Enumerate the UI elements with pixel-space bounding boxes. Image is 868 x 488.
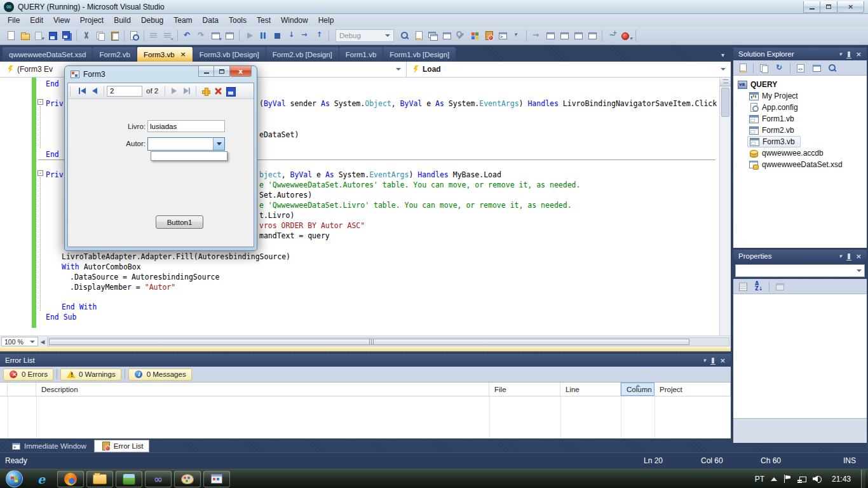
events-dropdown[interactable]: Load [407,62,731,77]
move-previous-button[interactable] [88,85,101,97]
find-in-files-icon[interactable] [398,29,412,43]
properties-grid[interactable] [733,294,867,418]
extension-icon[interactable] [605,29,619,43]
menu-file[interactable]: File [3,14,25,27]
save-icon[interactable] [46,29,60,43]
form3-minimize-button[interactable] [198,66,214,77]
column-header-column[interactable]: Column [621,383,654,396]
dock-tab-error-list[interactable]: Error List [94,440,150,452]
step-into-icon[interactable] [284,29,298,43]
pin-icon[interactable] [712,358,714,363]
close-icon[interactable]: × [856,51,862,58]
editor-split-handle[interactable] [720,79,731,86]
scroll-left-icon[interactable]: ◀ [38,339,47,345]
navigate-forward-icon[interactable] [222,29,236,43]
column-header-description[interactable]: Description [36,383,489,396]
collapse-region-icon[interactable] [37,99,43,105]
column-header-line[interactable]: Line [560,383,621,396]
properties-object-combo[interactable] [735,264,865,277]
toolbox-icon[interactable] [454,29,468,43]
call-stack-window-icon[interactable] [585,29,599,43]
maximize-button[interactable] [820,1,837,13]
button1[interactable]: Button1 [156,215,203,229]
editor-zoom-select[interactable]: 100 % [1,337,38,346]
new-project-icon[interactable] [4,29,18,43]
tab-form1-vb[interactable]: Form1.vb [339,47,383,62]
move-last-button[interactable] [180,85,193,97]
window-position-icon[interactable]: ▾ [703,357,706,363]
menu-tools[interactable]: Tools [224,14,252,27]
menu-help[interactable]: Help [313,14,339,27]
cut-icon[interactable] [79,29,93,43]
refresh-icon[interactable] [773,62,787,74]
add-new-button[interactable] [199,85,212,97]
collapse-region-icon[interactable] [37,170,43,176]
menu-test[interactable]: Test [252,14,276,27]
show-hidden-icons-icon[interactable] [771,477,777,481]
tab-form3-vb-design-[interactable]: Form3.vb [Design] [193,47,266,62]
find-symbol-icon[interactable] [127,29,141,43]
class-diagram-icon[interactable] [825,62,839,74]
close-icon[interactable]: × [720,357,726,364]
combo-dropdown-button[interactable] [213,138,224,150]
menu-build[interactable]: Build [109,14,136,27]
filter-0-warnings[interactable]: 0 Warnings [60,369,121,381]
tab-list-chevron-icon[interactable]: ▾ [721,51,724,58]
save-data-button[interactable] [224,85,237,97]
move-first-button[interactable] [76,85,88,97]
solution-item-form3-vb[interactable]: Form3.vb [747,136,801,147]
menu-team[interactable]: Team [168,14,197,27]
copy-icon[interactable] [93,29,107,43]
view-code-icon[interactable] [794,62,808,74]
tab-form3-vb[interactable]: Form3.vb× [137,47,193,62]
tab-form2-vb-design-[interactable]: Form2.vb [Design] [266,47,339,62]
solution-item-qwwewwee-accdb[interactable]: qwwewwee.accdb [733,147,867,159]
tab-form2-vb[interactable]: Form2.vb [93,47,137,62]
taskbar-visual-studio[interactable]: ∞ [145,471,172,487]
editor-horizontal-scrollbar[interactable] [47,337,729,346]
uncomment-lines-icon[interactable] [161,29,175,43]
column-header-project[interactable]: Project [654,383,731,396]
solution-item-form1-vb[interactable]: Form1.vb [733,113,867,125]
minimize-button[interactable] [803,1,820,13]
editor-vertical-scrollbar[interactable] [719,78,731,336]
immediate-window-tool-icon[interactable] [496,29,510,43]
solution-item-my-project[interactable]: My Project [733,90,867,102]
error-list-window-icon[interactable] [482,29,496,43]
solution-item-qwwewweedataset-xsd[interactable]: qwwewweeDataSet.xsd [733,159,867,170]
vertical-scroll-thumb[interactable] [721,88,729,117]
solution-item-project[interactable]: QUERY [733,79,867,90]
taskbar-paint[interactable] [174,471,201,487]
taskbar-media-app[interactable] [116,471,142,487]
break-all-icon[interactable] [256,29,270,43]
menu-project[interactable]: Project [75,14,109,27]
step-over-icon[interactable] [298,29,312,43]
window-position-icon[interactable]: ▾ [839,51,842,57]
move-next-button[interactable] [168,85,180,97]
navigate-backward-icon[interactable] [208,29,222,43]
livro-input[interactable] [147,120,225,132]
taskbar-windows-explorer[interactable] [86,471,113,487]
save-all-icon[interactable] [60,29,74,43]
form3-close-button[interactable]: x [230,66,252,77]
object-browser-icon[interactable] [440,29,454,43]
start-button[interactable] [6,470,23,487]
breakpoints-window-icon[interactable] [543,29,557,43]
paste-icon[interactable] [107,29,121,43]
horizontal-scroll-thumb[interactable] [49,339,689,345]
solution-explorer-window-icon[interactable] [426,29,440,43]
show-desktop-button[interactable] [861,470,865,488]
comment-lines-icon[interactable] [147,29,161,43]
stop-debug-icon[interactable] [270,29,284,43]
debug-target-combo[interactable]: Debug [336,29,394,42]
properties-icon[interactable] [736,62,750,74]
tab-close-icon[interactable]: × [180,51,186,58]
form3-maximize-button[interactable] [214,66,230,77]
close-icon[interactable]: × [856,253,862,260]
filter-0-messages[interactable]: 0 Messages [128,369,192,381]
menu-debug[interactable]: Debug [136,14,168,27]
solution-item-app-config[interactable]: App.config [733,102,867,113]
locals-window-icon[interactable] [557,29,571,43]
volume-icon[interactable] [813,475,822,483]
dock-tab-immediate-window[interactable]: Immediate Window [5,440,92,452]
